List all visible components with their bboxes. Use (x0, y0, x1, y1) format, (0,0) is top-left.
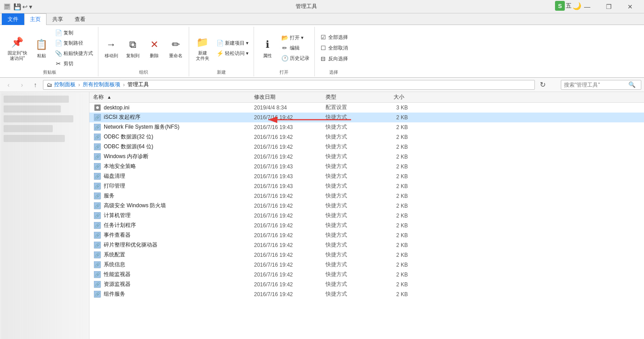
history-button[interactable]: 🕐 历史记录 (279, 54, 312, 63)
file-row[interactable]: 🔗Windows 内存诊断2016/7/16 19:42快捷方式2 KB (89, 152, 644, 162)
file-icon: 🔗 (93, 280, 102, 289)
file-row[interactable]: 🔗高级安全 Windows 防火墙2016/7/16 19:42快捷方式2 KB (89, 201, 644, 211)
ribbon-group-open: ℹ 属性 📂 打开 ▾ ✏ 编辑 🕐 历史记录 (254, 27, 315, 76)
paste-button[interactable]: 📋 粘贴 (31, 36, 52, 61)
file-date: 2016/7/16 19:42 (254, 114, 326, 121)
svg-rect-2 (5, 7, 9, 7)
file-type: 配置设置 (326, 104, 379, 111)
left-panel (0, 92, 89, 339)
file-size: 2 KB (379, 232, 415, 239)
up-button[interactable]: ↑ (30, 79, 41, 91)
tab-file[interactable]: 文件 (2, 13, 24, 25)
file-row[interactable]: 🔗系统信息2016/7/16 19:42快捷方式2 KB (89, 260, 644, 270)
open-button[interactable]: 📂 打开 ▾ (279, 33, 312, 43)
file-icon: 🔗 (93, 123, 102, 132)
file-row[interactable]: 🔗碎片整理和优化驱动器2016/7/16 19:42快捷方式2 KB (89, 240, 644, 250)
copy-to-button[interactable]: ⧉ 复制到 (123, 36, 143, 61)
file-row[interactable]: 🔗资源监视器2016/7/16 19:42快捷方式2 KB (89, 280, 644, 289)
file-date: 2016/7/16 19:42 (254, 154, 326, 160)
invert-selection-button[interactable]: ⊟ 反向选择 (318, 54, 350, 64)
refresh-button[interactable]: ↻ (537, 79, 548, 91)
svg-text:🔗: 🔗 (95, 154, 100, 159)
svg-text:🔗: 🔗 (95, 243, 100, 248)
edit-button[interactable]: ✏ 编辑 (279, 43, 312, 53)
pin-to-quickaccess-button[interactable]: 📌 固定到"快速访问" (4, 33, 30, 63)
svg-text:🔗: 🔗 (95, 223, 100, 228)
deselect-all-icon: ☐ (320, 45, 327, 52)
file-date: 2016/7/16 19:42 (254, 203, 326, 209)
delete-button[interactable]: ✕ 删除 (144, 36, 165, 61)
file-rows-container: desktop.ini2019/4/4 8:34配置设置3 KB🔗iSCSI 发… (89, 103, 644, 299)
cut-button[interactable]: ✂ 剪切 (53, 59, 95, 68)
search-input[interactable] (564, 82, 627, 88)
wu-label: 五 (566, 2, 572, 10)
svg-text:🔗: 🔗 (95, 134, 100, 140)
select-all-button[interactable]: ☑ 全部选择 (318, 33, 350, 42)
file-name: 性能监视器 (104, 271, 254, 278)
tab-home[interactable]: 主页 (24, 13, 47, 25)
file-date: 2016/7/16 19:42 (254, 262, 326, 268)
file-date: 2016/7/16 19:42 (254, 252, 326, 258)
file-size: 2 KB (379, 242, 415, 248)
forward-button[interactable]: › (16, 79, 28, 91)
file-row[interactable]: 🔗系统配置2016/7/16 19:42快捷方式2 KB (89, 250, 644, 260)
path-all-items[interactable]: 所有控制面板项 (83, 81, 120, 88)
file-date: 2016/7/16 19:42 (254, 281, 326, 288)
paste-shortcut-button[interactable]: 📎 粘贴快捷方式 (53, 48, 95, 58)
copy-path-button[interactable]: 📄 复制路径 (53, 38, 95, 48)
tab-share[interactable]: 共享 (47, 13, 69, 25)
file-size: 2 KB (379, 193, 415, 199)
file-size: 2 KB (379, 262, 415, 268)
file-row[interactable]: 🔗ODBC 数据源(64 位)2016/7/16 19:42快捷方式2 KB (89, 142, 644, 152)
file-date: 2016/7/16 19:42 (254, 193, 326, 199)
file-row[interactable]: 🔗性能监视器2016/7/16 19:42快捷方式2 KB (89, 270, 644, 280)
file-row[interactable]: 🔗事件查看器2016/7/16 19:42快捷方式2 KB (89, 230, 644, 240)
back-button[interactable]: ‹ (3, 79, 14, 91)
new-folder-button[interactable]: 📁 新建文件夹 (192, 33, 213, 63)
file-size: 2 KB (379, 163, 415, 170)
moon-icon: 🌙 (572, 2, 581, 10)
properties-button[interactable]: ℹ 属性 (257, 36, 278, 61)
new-item-button[interactable]: 📄 新建项目 ▾ (214, 38, 251, 48)
file-row[interactable]: 🔗打印管理2016/7/16 19:43快捷方式2 KB (89, 181, 644, 191)
file-size: 3 KB (379, 105, 415, 111)
file-row[interactable]: 🔗磁盘清理2016/7/16 19:43快捷方式2 KB (89, 172, 644, 181)
column-type[interactable]: 类型 (322, 93, 376, 101)
s-icon[interactable]: S (555, 1, 565, 11)
rename-button[interactable]: ✏ 重命名 (165, 36, 186, 61)
file-name: 组件服务 (104, 290, 254, 298)
column-size[interactable]: 大小 (376, 93, 411, 101)
file-type: 快捷方式 (326, 222, 379, 229)
move-to-button[interactable]: → 移动到 (101, 36, 122, 61)
file-icon (93, 103, 102, 112)
deselect-all-button[interactable]: ☐ 全部取消 (318, 43, 350, 53)
easy-access-button[interactable]: ⚡ 轻松访问 ▾ (214, 48, 251, 58)
ribbon-group-new: 📁 新建文件夹 📄 新建项目 ▾ ⚡ 轻松访问 ▾ 新建 (189, 27, 254, 76)
file-row[interactable]: desktop.ini2019/4/4 8:34配置设置3 KB (89, 103, 644, 113)
file-name: 系统信息 (104, 261, 254, 268)
file-date: 2016/7/16 19:42 (254, 144, 326, 150)
file-size: 2 KB (379, 183, 415, 189)
select-group-label: 选择 (318, 69, 350, 75)
file-row[interactable]: 🔗iSCSI 发起程序2016/7/16 19:42快捷方式2 KB (89, 113, 644, 122)
tab-view[interactable]: 查看 (69, 13, 91, 25)
path-control-panel[interactable]: 控制面板 (54, 81, 76, 88)
file-row[interactable]: 🔗组件服务2016/7/16 19:42快捷方式2 KB (89, 289, 644, 299)
file-row[interactable]: 🔗ODBC 数据源(32 位)2016/7/16 19:42快捷方式2 KB (89, 132, 644, 142)
file-row[interactable]: 🔗计算机管理2016/7/16 19:42快捷方式2 KB (89, 211, 644, 221)
address-path[interactable]: 🗂 控制面板 › 所有控制面板项 › 管理工具 (43, 80, 535, 90)
close-button[interactable]: ✕ (620, 0, 640, 13)
organize-group-label: 组织 (101, 69, 186, 75)
file-row[interactable]: 🔗任务计划程序2016/7/16 19:42快捷方式2 KB (89, 221, 644, 230)
column-name[interactable]: 名称 ▲ (89, 93, 250, 101)
file-row[interactable]: 🔗服务2016/7/16 19:42快捷方式2 KB (89, 191, 644, 201)
file-type: 快捷方式 (326, 192, 379, 200)
maximize-button[interactable]: ❐ (598, 0, 619, 13)
column-date[interactable]: 修改日期 (250, 93, 322, 101)
copy-button[interactable]: 📄 复制 (53, 28, 95, 38)
search-box[interactable]: 🔍 (561, 80, 641, 90)
file-icon: 🔗 (93, 290, 102, 299)
file-type: 快捷方式 (326, 251, 379, 259)
file-row[interactable]: 🔗本地安全策略2016/7/16 19:43快捷方式2 KB (89, 162, 644, 172)
file-row[interactable]: 🔗Network File System 服务(NFS)2016/7/16 19… (89, 122, 644, 132)
